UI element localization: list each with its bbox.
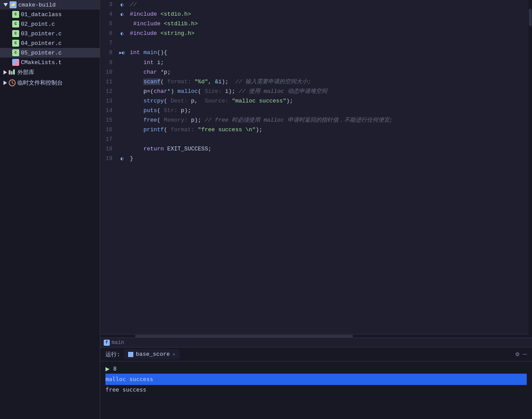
func-name: main [112, 340, 124, 346]
line-num-12: 12 [100, 87, 118, 96]
terminal-label: 运行: [105, 351, 120, 358]
svg-rect-2 [13, 69, 15, 75]
line-code-8: int main(){ [126, 48, 529, 58]
folder-icon: 📁 [10, 1, 17, 8]
line-gutter-11 [118, 77, 126, 87]
line-gutter-3: ◐ [118, 0, 126, 10]
terminal-tab[interactable]: base_score ✕ [124, 349, 180, 359]
expand-icon [3, 3, 8, 7]
terminal-controls: ⚙ — [515, 350, 527, 358]
line-num-15: 15 [100, 116, 118, 125]
sidebar-item-03[interactable]: C 03_pointer.c [0, 29, 100, 38]
table-row: 6 ◐ #include <string.h> [100, 29, 529, 38]
line-code-18: return EXIT_SUCCESS; [126, 144, 529, 154]
func-indicator: f main [104, 340, 124, 346]
table-row: 4 ◐ #include <stdio.h> [100, 10, 529, 19]
line-num-4: 4 [100, 10, 118, 19]
table-row: 9 int i; [100, 58, 529, 68]
line-code-14: puts( Str: p); [126, 106, 529, 116]
line-code-15: free( Memory: p); // free 时必须使用 malloc 申… [126, 116, 529, 125]
terminal-body: ▶ 8 malloc success free success [100, 361, 532, 419]
sidebar-item-cmake-build[interactable]: 📁 cmake-build [0, 0, 100, 10]
run-button[interactable]: ▶ [105, 364, 110, 374]
main-container: 📁 cmake-build C 01_dataclass C 02_point.… [0, 0, 532, 419]
line-code-9: int i; [126, 58, 529, 68]
code-content[interactable]: 3 ◐ // 4 ◐ #include <stdio.h> 5 [100, 0, 529, 334]
collapse-icon-tmp [3, 81, 7, 85]
editor-area: 3 ◐ // 4 ◐ #include <stdio.h> 5 [100, 0, 532, 419]
line-num-8: 8 [100, 48, 118, 58]
terminal-container: 运行: base_score ✕ ⚙ — ▶ 8 [100, 347, 532, 419]
vertical-scrollbar[interactable] [529, 0, 532, 337]
line-gutter-14 [118, 106, 126, 116]
line-code-16: printf( format: "free success \n"); [126, 125, 529, 135]
terminal-output-malloc: malloc success [105, 374, 527, 385]
line-num-17: 17 [100, 135, 118, 144]
sidebar-item-05[interactable]: C 05_pointer.c [0, 48, 100, 58]
func-icon: f [104, 340, 110, 346]
file-c-icon-03: C [12, 30, 19, 37]
line-code-13: strcpy( Dest: p, Source: "malloc success… [126, 96, 529, 106]
terminal-line-free: free success [105, 385, 527, 395]
sidebar-label-waibu: 外部库 [17, 68, 34, 76]
terminal-output-free: free success [105, 385, 146, 395]
sidebar-item-tmp[interactable]: 临时文件和控制台 [0, 78, 100, 88]
sidebar-item-cmake[interactable]: CMakeLists.t [0, 58, 100, 67]
table-row: 15 free( Memory: p); // free 时必须使用 mallo… [100, 116, 529, 125]
line-num-6: 6 [100, 29, 118, 38]
group-clock-icon [9, 79, 16, 86]
code-table: 3 ◐ // 4 ◐ #include <stdio.h> 5 [100, 0, 529, 164]
line-num-10: 10 [100, 68, 118, 77]
settings-icon[interactable]: ⚙ [515, 350, 519, 358]
file-c-icon-01: C [12, 11, 19, 18]
line-code-5: #include <stdlib.h> [126, 19, 529, 29]
svg-line-5 [12, 83, 14, 84]
line-code-10: char *p; [126, 68, 529, 77]
terminal-tab-name: base_score [136, 351, 170, 358]
minimize-icon[interactable]: — [523, 351, 527, 358]
terminal-output-input: 8 [113, 364, 117, 374]
sidebar-label-04: 04_pointer.c [21, 40, 62, 47]
sidebar: 📁 cmake-build C 01_dataclass C 02_point.… [0, 0, 100, 419]
table-row: 14 puts( Str: p); [100, 106, 529, 116]
line-num-16: 16 [100, 125, 118, 135]
line-gutter-8: ▶◐ [118, 48, 126, 58]
line-gutter-19: ◐ [118, 154, 126, 164]
line-gutter-7 [118, 38, 126, 48]
file-c-icon-02: C [12, 20, 19, 27]
line-gutter-16 [118, 125, 126, 135]
table-row: 5 #include <stdlib.h> [100, 19, 529, 29]
line-code-6: #include <string.h> [126, 29, 529, 38]
table-row: 11 scanf( format: "%d", &i); // 输入需要申请的空… [100, 77, 529, 87]
line-gutter-10 [118, 68, 126, 77]
sidebar-label-cmake2: CMakeLists.t [21, 59, 62, 66]
sidebar-item-04[interactable]: C 04_pointer.c [0, 38, 100, 48]
line-num-3: 3 [100, 0, 118, 10]
sidebar-label-05: 05_pointer.c [21, 50, 62, 56]
terminal-line-malloc: malloc success [105, 374, 527, 385]
line-gutter-5 [118, 19, 126, 29]
table-row: 8 ▶◐ int main(){ [100, 48, 529, 58]
vscroll-thumb[interactable] [529, 9, 532, 26]
line-num-14: 14 [100, 106, 118, 116]
sidebar-item-02[interactable]: C 02_point.c [0, 19, 100, 29]
line-gutter-17 [118, 135, 126, 144]
line-code-7 [126, 38, 529, 48]
line-num-11: 11 [100, 77, 118, 87]
table-row: 16 printf( format: "free success \n"); [100, 125, 529, 135]
close-icon[interactable]: ✕ [173, 351, 176, 357]
table-row: 12 p=(char*) malloc( Size: i); // 使用 mal… [100, 87, 529, 96]
hscroll-thumb[interactable] [135, 335, 353, 337]
sidebar-item-waibu[interactable]: 外部库 [0, 67, 100, 78]
line-num-5: 5 [100, 19, 118, 29]
horizontal-scrollbar[interactable] [100, 334, 529, 337]
collapse-icon-waibu [3, 70, 7, 75]
line-gutter-13 [118, 96, 126, 106]
line-code-19: } [126, 154, 529, 164]
sidebar-label-02: 02_point.c [21, 21, 55, 27]
line-num-13: 13 [100, 96, 118, 106]
sidebar-label-cmake: cmake-build [18, 2, 56, 8]
sidebar-item-01[interactable]: C 01_dataclass [0, 10, 100, 19]
sidebar-label-tmp: 临时文件和控制台 [17, 79, 63, 87]
terminal-header: 运行: base_score ✕ ⚙ — [100, 347, 532, 361]
